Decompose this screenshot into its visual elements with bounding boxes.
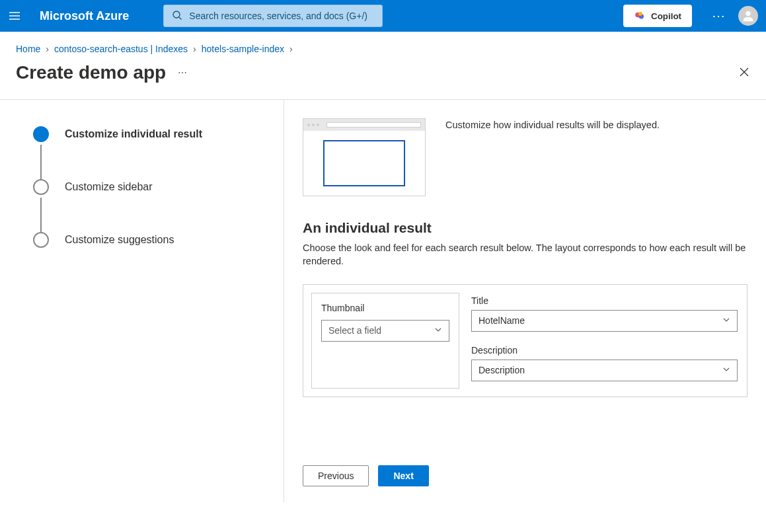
search-input[interactable] xyxy=(189,11,374,21)
result-config-box: Thumbnail Select a field Title HotelName xyxy=(303,284,747,397)
description-field-group: Description Description xyxy=(471,345,738,381)
top-actions: ⋯ xyxy=(712,6,758,26)
step-connector xyxy=(40,145,42,182)
svg-point-4 xyxy=(746,11,750,16)
text-fields-group: Title HotelName Description Description xyxy=(467,285,747,397)
breadcrumb: Home › contoso-search-eastus | Indexes ›… xyxy=(0,32,766,57)
title-select[interactable]: HotelName xyxy=(471,310,738,332)
section-description: Choose the look and feel for each search… xyxy=(303,241,747,268)
previous-button[interactable]: Previous xyxy=(303,465,369,486)
svg-point-3 xyxy=(638,12,642,16)
breadcrumb-item[interactable]: contoso-search-eastus | Indexes xyxy=(54,44,188,54)
title-label: Title xyxy=(471,295,738,306)
top-bar: Microsoft Azure Copilot ⋯ xyxy=(0,0,766,32)
thumbnail-label: Thumbnail xyxy=(321,303,449,313)
description-label: Description xyxy=(471,345,738,356)
avatar[interactable] xyxy=(738,6,758,26)
chevron-down-icon xyxy=(722,365,730,375)
close-icon[interactable] xyxy=(738,66,750,80)
wizard-footer: Previous Next xyxy=(303,441,747,486)
intro-text: Customize how individual results will be… xyxy=(445,118,660,132)
breadcrumb-item[interactable]: hotels-sample-index xyxy=(202,44,284,54)
main-panel: Customize individual result Customize si… xyxy=(0,99,766,502)
search-icon xyxy=(172,10,182,22)
intro-row: Customize how individual results will be… xyxy=(303,118,747,196)
step-dot-icon xyxy=(33,179,49,195)
title-select-value: HotelName xyxy=(479,315,525,326)
step-individual-result[interactable]: Customize individual result xyxy=(33,126,268,142)
copilot-button[interactable]: Copilot xyxy=(623,5,692,27)
step-sidebar[interactable]: Customize sidebar xyxy=(33,179,268,195)
content-column: Customize how individual results will be… xyxy=(284,100,766,502)
breadcrumb-item[interactable]: Home xyxy=(16,44,40,54)
step-dot-icon xyxy=(33,126,49,142)
thumbnail-select[interactable]: Select a field xyxy=(321,320,449,342)
chevron-right-icon: › xyxy=(46,44,49,54)
step-dot-icon xyxy=(33,232,49,248)
title-row: Create demo app ⋯ xyxy=(0,57,766,99)
chevron-right-icon: › xyxy=(289,44,293,54)
copilot-icon xyxy=(634,10,646,22)
title-field-group: Title HotelName xyxy=(471,295,738,332)
title-more-icon[interactable]: ⋯ xyxy=(178,67,188,78)
step-label: Customize sidebar xyxy=(65,181,153,193)
step-connector xyxy=(40,198,42,235)
description-select-value: Description xyxy=(479,365,525,375)
global-search xyxy=(163,5,383,27)
search-box[interactable] xyxy=(163,5,383,27)
thumbnail-select-value: Select a field xyxy=(328,325,381,336)
step-label: Customize suggestions xyxy=(65,234,174,246)
more-icon[interactable]: ⋯ xyxy=(712,8,726,24)
steps-sidebar: Customize individual result Customize si… xyxy=(0,100,284,502)
result-preview-illustration xyxy=(303,118,426,196)
brand-label[interactable]: Microsoft Azure xyxy=(40,9,129,23)
next-button[interactable]: Next xyxy=(378,465,428,486)
svg-point-0 xyxy=(173,11,180,18)
thumbnail-group: Thumbnail Select a field xyxy=(311,293,459,389)
chevron-down-icon xyxy=(434,325,442,336)
step-suggestions[interactable]: Customize suggestions xyxy=(33,232,268,248)
step-label: Customize individual result xyxy=(65,128,202,140)
copilot-label: Copilot xyxy=(651,11,681,21)
chevron-down-icon xyxy=(722,315,730,326)
chevron-right-icon: › xyxy=(193,44,196,54)
page-title: Create demo app xyxy=(16,62,166,83)
description-select[interactable]: Description xyxy=(471,360,738,381)
hamburger-icon[interactable] xyxy=(8,9,21,22)
section-title: An individual result xyxy=(303,220,747,236)
